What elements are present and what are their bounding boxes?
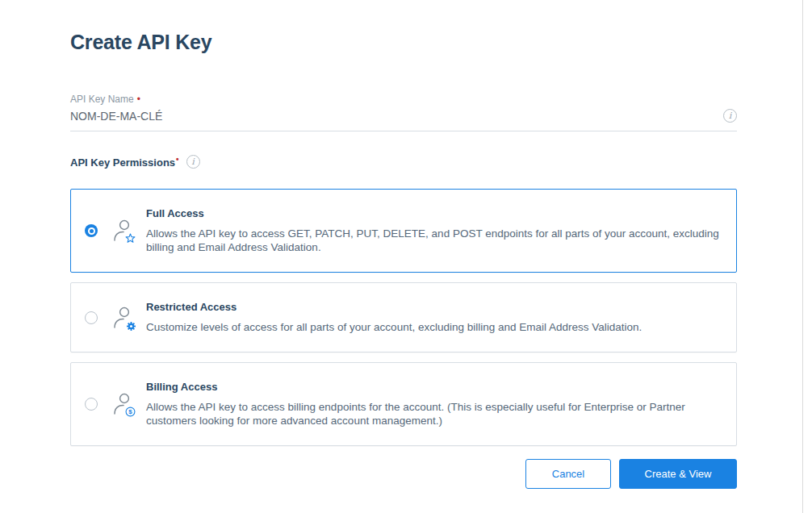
create-api-key-page: Create API Key API Key Name• API Key Per… (70, 31, 737, 489)
option-description: Allows the API key to access billing end… (146, 400, 720, 428)
cancel-button[interactable]: Cancel (525, 459, 611, 489)
info-circle-icon[interactable] (723, 109, 737, 123)
star-badge-icon (125, 233, 136, 244)
option-title: Billing Access (146, 381, 720, 393)
option-billing-access[interactable]: $ Billing Access Allows the API key to a… (70, 362, 737, 446)
option-text: Full Access Allows the API key to access… (146, 190, 736, 272)
option-full-access[interactable]: Full Access Allows the API key to access… (70, 189, 737, 273)
api-key-name-input[interactable] (70, 110, 709, 123)
option-restricted-access[interactable]: Restricted Access Customize levels of ac… (70, 282, 737, 352)
page-title: Create API Key (70, 31, 737, 53)
option-description: Customize levels of access for all parts… (146, 320, 720, 334)
gear-badge-icon (127, 322, 136, 331)
option-description: Allows the API key to access GET, PATCH,… (146, 227, 720, 254)
radio-full-access[interactable] (85, 224, 98, 237)
api-key-name-input-row (70, 106, 737, 131)
option-title: Restricted Access (146, 301, 720, 313)
scrollbar-track-line (802, 0, 803, 513)
user-star-icon (112, 219, 134, 243)
form-actions: Cancel Create & View (70, 459, 737, 489)
option-text: Restricted Access Customize levels of ac… (146, 283, 736, 352)
dollar-badge-icon: $ (125, 407, 136, 417)
permission-options: Full Access Allows the API key to access… (70, 189, 737, 446)
permissions-header: API Key Permissions• (70, 155, 737, 169)
user-gear-icon (112, 306, 134, 330)
api-key-name-label: API Key Name• (70, 94, 737, 105)
option-title: Full Access (146, 207, 720, 219)
svg-text:$: $ (128, 409, 132, 416)
radio-billing-access[interactable] (85, 398, 98, 411)
api-key-name-field: API Key Name• (70, 94, 737, 131)
required-marker: • (137, 94, 140, 105)
option-text: Billing Access Allows the API key to acc… (146, 363, 736, 445)
user-dollar-icon: $ (112, 392, 134, 416)
permissions-label: API Key Permissions• (70, 155, 179, 169)
required-marker: • (176, 155, 179, 164)
create-view-button[interactable]: Create & View (619, 459, 737, 489)
radio-restricted-access[interactable] (85, 311, 98, 324)
info-circle-icon[interactable] (186, 155, 200, 169)
